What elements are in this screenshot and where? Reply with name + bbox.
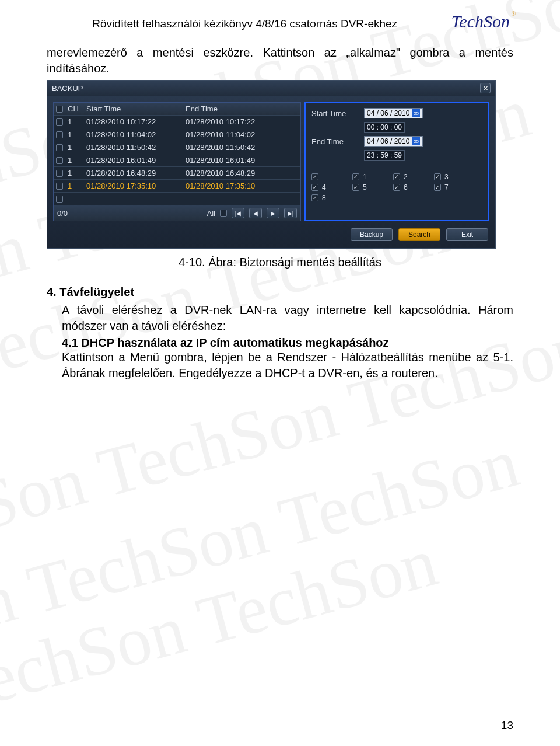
close-icon[interactable]: ✕ xyxy=(480,83,491,93)
first-page-icon[interactable]: |◀ xyxy=(232,208,244,218)
channel-item[interactable]: 3 xyxy=(434,173,467,181)
exit-button[interactable]: Exit xyxy=(446,228,488,241)
end-time-label: End Time xyxy=(312,137,358,146)
channel-master[interactable] xyxy=(312,173,344,181)
col-end: End Time xyxy=(186,104,298,113)
section-paragraph: Kattintson a Menü gombra, lépjen be a Re… xyxy=(47,350,513,381)
checkbox[interactable] xyxy=(312,173,318,180)
checkbox[interactable] xyxy=(56,183,63,190)
page-count: 0/0 xyxy=(57,209,68,218)
end-time-input[interactable]: 23 : 59 : 59 xyxy=(364,150,405,161)
channel-item[interactable]: 8 xyxy=(312,194,344,202)
action-bar: Backup Search Exit xyxy=(47,225,495,248)
section-paragraph: A távoli eléréshez a DVR-nek LAN-ra vagy… xyxy=(47,302,513,334)
next-page-icon[interactable]: ▶ xyxy=(267,208,279,218)
intro-paragraph: merevlemezérő a mentési eszközre. Kattin… xyxy=(47,45,513,76)
calendar-icon[interactable]: 25 xyxy=(412,109,420,117)
checkbox[interactable] xyxy=(393,184,400,191)
prev-page-icon[interactable]: ◀ xyxy=(249,208,262,218)
doc-title: Rövidített felhasználói kézikönyv 4/8/16… xyxy=(47,18,443,30)
section-heading: 4. Távfelügyelet xyxy=(47,285,513,299)
col-start: Start Time xyxy=(86,104,186,113)
search-button[interactable]: Search xyxy=(398,228,440,241)
col-ch: CH xyxy=(68,104,86,113)
table-row[interactable]: 1 01/28/2010 10:17:22 01/28/2010 10:17:2… xyxy=(54,116,300,128)
search-panel: Start Time 04 / 06 / 2010 25 00 : 00 : 0… xyxy=(304,102,489,221)
start-time-label: Start Time xyxy=(312,109,358,118)
start-date-input[interactable]: 04 / 06 / 2010 25 xyxy=(364,108,423,118)
start-time-input[interactable]: 00 : 00 : 00 xyxy=(364,122,405,133)
page-number: 13 xyxy=(501,719,513,732)
checkbox[interactable] xyxy=(56,131,63,138)
window-titlebar: BACKUP ✕ xyxy=(47,81,495,96)
all-label: All xyxy=(207,209,215,218)
subsection-heading: 4.1 DHCP használata az IP cím automatiku… xyxy=(47,336,513,350)
channel-item[interactable]: 1 xyxy=(352,173,385,181)
calendar-icon[interactable]: 25 xyxy=(412,137,420,145)
channel-item[interactable]: 6 xyxy=(393,183,426,191)
channel-item[interactable]: 4 xyxy=(312,183,344,191)
table-row[interactable]: 1 01/28/2010 11:50:42 01/28/2010 11:50:4… xyxy=(54,141,300,154)
checkbox[interactable] xyxy=(352,173,359,180)
table-row[interactable]: 1 01/28/2010 17:35:10 01/28/2010 17:35:1… xyxy=(54,180,300,193)
table-header: CH Start Time End Time xyxy=(54,103,300,116)
channel-item[interactable]: 7 xyxy=(434,183,467,191)
checkbox[interactable] xyxy=(56,170,63,177)
table-footer: 0/0 All |◀ ◀ ▶ ▶| xyxy=(54,205,300,221)
results-table: CH Start Time End Time 1 01/28/2010 10:1… xyxy=(53,102,301,221)
checkbox[interactable] xyxy=(312,194,318,201)
checkbox[interactable] xyxy=(56,144,63,151)
end-date-input[interactable]: 04 / 06 / 2010 25 xyxy=(364,136,423,147)
brand-logo: TechSon® xyxy=(451,12,513,30)
table-row-empty xyxy=(54,193,300,205)
checkbox[interactable] xyxy=(56,118,63,126)
table-row[interactable]: 1 01/28/2010 16:01:49 01/28/2010 16:01:4… xyxy=(54,154,300,167)
backup-button[interactable]: Backup xyxy=(351,228,393,241)
window-title: BACKUP xyxy=(52,84,83,93)
figure-caption: 4-10. Ábra: Biztonsági mentés beállítás xyxy=(47,256,513,269)
page-header: Rövidített felhasználói kézikönyv 4/8/16… xyxy=(47,12,513,33)
channel-item[interactable]: 2 xyxy=(393,173,426,181)
checkbox[interactable] xyxy=(352,184,359,191)
checkbox[interactable] xyxy=(56,157,63,164)
checkbox[interactable] xyxy=(434,184,441,191)
checkbox[interactable] xyxy=(312,184,318,191)
checkbox[interactable] xyxy=(434,173,441,180)
checkbox[interactable] xyxy=(56,106,63,113)
table-row[interactable]: 1 01/28/2010 16:48:29 01/28/2010 16:48:2… xyxy=(54,167,300,180)
table-row[interactable]: 1 01/28/2010 11:04:02 01/28/2010 11:04:0… xyxy=(54,128,300,141)
backup-window: BACKUP ✕ CH Start Time End Time 1 01/28/… xyxy=(47,80,496,249)
checkbox-all[interactable] xyxy=(220,210,227,217)
checkbox[interactable] xyxy=(393,173,400,180)
channel-item[interactable]: 5 xyxy=(352,183,385,191)
channel-grid: 1 2 3 4 5 6 7 8 xyxy=(312,168,482,202)
checkbox[interactable] xyxy=(56,196,63,203)
last-page-icon[interactable]: ▶| xyxy=(284,208,297,218)
